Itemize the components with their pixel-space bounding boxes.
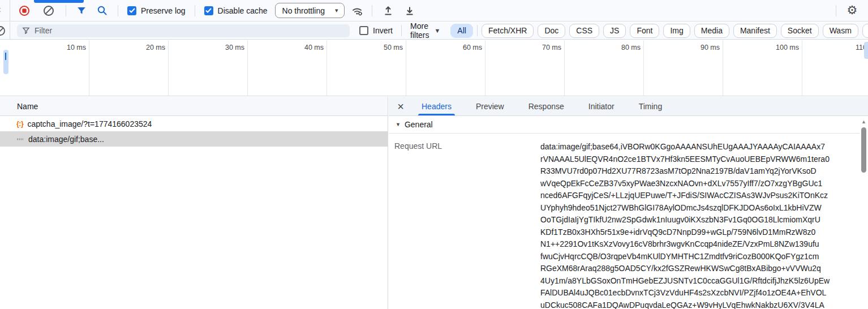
fetch-braces-icon: {:} <box>16 120 23 128</box>
general-section-header[interactable]: ▼ General <box>389 116 868 134</box>
network-conditions-button[interactable] <box>350 3 366 19</box>
timeline-ruler: 10 ms 20 ms 30 ms 40 ms 50 ms 60 ms 70 m… <box>10 40 868 96</box>
filter-toggle-button[interactable] <box>74 3 89 19</box>
preserve-log-label: Preserve log <box>141 6 186 15</box>
network-filter-bar: Filter Invert More filters ▼ All Fetch/X… <box>0 22 868 40</box>
close-details-button[interactable]: × <box>392 98 409 114</box>
timeline-tick: 80 ms <box>565 40 644 96</box>
scrollbar-thumb[interactable] <box>861 127 866 173</box>
triangle-down-icon: ▼ <box>396 122 401 127</box>
filter-placeholder: Filter <box>35 26 52 35</box>
filter-chip-js[interactable]: JS <box>603 24 626 38</box>
general-section-label: General <box>405 120 433 129</box>
checkbox-unchecked-icon <box>359 26 368 35</box>
upload-icon <box>383 5 394 16</box>
filter-chip-fetch-xhr[interactable]: Fetch/XHR <box>482 24 534 38</box>
filter-chip-wasm[interactable]: Wasm <box>823 24 858 38</box>
filter-chip-all[interactable]: All <box>450 24 473 38</box>
tab-initiator[interactable]: Initiator <box>582 97 621 115</box>
chips-divider <box>477 25 478 36</box>
toolbar-divider <box>836 5 836 16</box>
left-edge-strip <box>0 22 10 39</box>
more-filters-dropdown[interactable]: More filters ▼ <box>410 22 440 40</box>
timeline-window-right-handle[interactable] <box>864 42 868 59</box>
timeline-tick: 70 ms <box>485 40 565 96</box>
checkbox-checked-icon <box>127 6 136 15</box>
request-row-data-image[interactable]: data:image/gif;base... <box>0 131 388 147</box>
filterbar-divider <box>401 25 402 36</box>
close-icon: × <box>397 100 404 113</box>
timeline-window-left-handle[interactable] <box>3 50 8 74</box>
timeline-tick: 110 ms <box>802 40 868 96</box>
devtools-network-panel: × <box>0 0 868 309</box>
details-scrollbar[interactable]: ▲ <box>860 116 868 309</box>
left-edge-strip: × <box>0 0 10 21</box>
record-button[interactable] <box>16 3 32 19</box>
throttling-value: No throttling <box>282 6 325 15</box>
timeline-tick: 10 ms <box>10 40 89 96</box>
settings-button[interactable]: ⚙ <box>844 3 860 19</box>
filter-chip-manifest[interactable]: Manifest <box>733 24 777 38</box>
toolbar-divider <box>118 5 118 16</box>
toolbar-divider <box>372 5 372 16</box>
more-filters-label: More filters <box>410 22 429 40</box>
name-column-header[interactable]: Name <box>0 97 388 116</box>
scroll-up-icon[interactable]: ▲ <box>860 116 868 125</box>
timeline-tick: 20 ms <box>89 40 169 96</box>
filter-chip-font[interactable]: Font <box>630 24 659 38</box>
funnel-icon <box>22 27 30 35</box>
search-button[interactable] <box>94 3 110 19</box>
tab-headers[interactable]: Headers <box>415 97 458 115</box>
invert-label: Invert <box>373 26 393 35</box>
filter-chip-img[interactable]: Img <box>663 24 690 38</box>
timeline-tick: 90 ms <box>644 40 723 96</box>
filter-input[interactable]: Filter <box>17 24 350 37</box>
request-url-row: Request URL data:image/gif;base64,iVBORw… <box>389 134 868 309</box>
request-name: captcha_image/?t=1774166023524 <box>27 119 152 128</box>
request-url-label: Request URL <box>394 141 540 309</box>
timeline-overview[interactable]: 10 ms 20 ms 30 ms 40 ms 50 ms 60 ms 70 m… <box>0 40 868 96</box>
search-icon <box>97 5 108 16</box>
request-row-captcha-image[interactable]: {:} captcha_image/?t=1774166023524 <box>0 116 388 131</box>
network-main-area: Name {:} captcha_image/?t=1774166023524 … <box>0 97 868 309</box>
tab-timing[interactable]: Timing <box>632 97 669 115</box>
network-tab-indicator <box>34 0 84 3</box>
chevron-down-icon: ▼ <box>434 27 440 34</box>
throttling-select[interactable]: No throttling ▾ <box>275 3 345 18</box>
toolbar-divider <box>195 5 195 16</box>
data-image-icon <box>16 136 24 142</box>
filter-chip-other[interactable]: Other <box>862 24 868 38</box>
requests-table: Name {:} captcha_image/?t=1774166023524 … <box>0 97 388 309</box>
filter-chip-doc[interactable]: Doc <box>538 24 565 38</box>
download-icon <box>404 5 415 16</box>
filter-chip-socket[interactable]: Socket <box>781 24 819 38</box>
filter-chip-media[interactable]: Media <box>694 24 729 38</box>
filter-icon <box>76 6 87 16</box>
filter-chip-css[interactable]: CSS <box>569 24 599 38</box>
tab-preview[interactable]: Preview <box>469 97 511 115</box>
invert-checkbox[interactable]: Invert <box>359 26 393 35</box>
active-tab-underline <box>418 114 455 115</box>
import-har-button[interactable] <box>380 3 396 19</box>
tab-response[interactable]: Response <box>522 97 571 115</box>
dock-side-icon: × <box>0 5 1 16</box>
timeline-tick: 50 ms <box>327 40 406 96</box>
export-har-button[interactable] <box>402 3 418 19</box>
checkbox-checked-icon <box>204 6 213 15</box>
record-icon <box>19 5 30 16</box>
request-type-chips: All Fetch/XHR Doc CSS JS Font Img Media … <box>450 24 868 38</box>
request-details-panel: × Headers Preview Response Initiator Tim… <box>389 97 868 309</box>
toolbar-divider <box>66 5 66 16</box>
details-tabstrip: × Headers Preview Response Initiator Tim… <box>389 97 868 116</box>
request-url-value[interactable]: data:image/gif;base64,iVBORw0KGgoAAAANSU… <box>540 141 866 309</box>
partial-clear-icon <box>0 25 6 36</box>
timeline-tick: 30 ms <box>169 40 248 96</box>
timeline-tick: 100 ms <box>723 40 802 96</box>
preserve-log-checkbox[interactable]: Preserve log <box>127 6 186 15</box>
timeline-tick: 60 ms <box>406 40 485 96</box>
disable-cache-checkbox[interactable]: Disable cache <box>204 6 268 15</box>
gear-icon: ⚙ <box>847 5 858 16</box>
clear-button[interactable] <box>41 3 57 19</box>
timeline-tick: 40 ms <box>248 40 327 96</box>
network-conditions-icon <box>351 5 364 16</box>
